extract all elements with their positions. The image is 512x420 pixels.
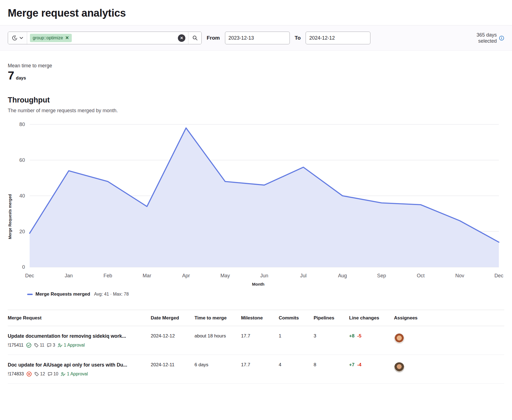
header-assignees: Assignees [394,315,504,321]
pipelines-cell: 8 [314,362,349,377]
filter-token[interactable]: group::optimize ✕ [30,34,72,42]
svg-text:0: 0 [22,264,25,270]
table-header-row: Merge Request Date Merged Time to merge … [8,310,504,326]
commits-cell: 4 [279,362,314,377]
merge-request-link[interactable]: Doc update for AiUsage api only for user… [8,362,144,368]
throughput-title: Throughput [8,96,504,104]
comment-icon [48,372,52,377]
check-circle-icon [26,342,32,348]
comments-count: 3 [53,343,55,348]
labels-count: 12 [40,372,45,377]
x-axis-label: Month [12,282,504,286]
svg-text:Sep: Sep [377,273,386,278]
assignees-cell [394,333,504,348]
line-changes-cell: +7-4 [349,362,394,377]
approval-icon [61,372,65,377]
svg-text:Nov: Nov [455,273,464,278]
label-icon [34,343,39,348]
svg-text:Apr: Apr [182,273,190,278]
info-icon[interactable] [499,35,504,41]
svg-text:Aug: Aug [338,273,347,278]
pipelines-cell: 3 [314,333,349,348]
svg-text:May: May [221,273,230,278]
merge-request-table: Merge Request Date Merged Time to merge … [8,310,504,384]
time-to-merge-cell: 6 days [194,362,241,377]
header-commits: Commits [279,315,314,321]
label-icon [34,372,39,377]
search-icon [192,35,198,41]
to-label: To [295,35,301,41]
svg-text:80: 80 [19,122,25,127]
table-row: Update documentation for removing sideki… [8,326,504,355]
assignee-avatar[interactable] [394,333,405,344]
approvals-label: 1 Approval [67,372,88,377]
stat-value: 7 [8,70,14,81]
legend-swatch [27,294,33,295]
svg-text:Jan: Jan [65,273,73,278]
deletions-count: -4 [357,362,361,367]
svg-text:Dec: Dec [25,273,34,278]
svg-text:Oct: Oct [417,273,424,278]
milestone-cell: 17.7 [241,333,279,348]
svg-text:20: 20 [19,229,25,234]
filter-bar: group::optimize ✕ ✕ From [0,25,512,51]
to-date-field[interactable] [306,32,370,44]
filter-token-label: group::optimize [33,35,63,40]
header-time-to-merge: Time to merge [194,315,241,321]
svg-text:40: 40 [19,193,25,199]
labels-count: 11 [40,343,45,348]
mean-time-to-merge-stat: Mean time to merge 7 days [8,63,504,81]
to-date-input[interactable] [309,35,373,41]
header-date-merged: Date Merged [151,315,194,321]
token-close-icon[interactable]: ✕ [65,36,69,40]
milestone-cell: 17.7 [241,362,279,377]
approvals-label: 1 Approval [64,343,85,348]
clear-search-button[interactable]: ✕ [178,34,185,42]
page-title: Merge request analytics [8,0,504,25]
chevron-down-icon [20,37,23,39]
legend-label: Merge Requests merged [35,291,90,297]
commits-cell: 1 [279,333,314,348]
throughput-chart: 020406080DecJanFebMarAprMayJunJulAugSepO… [12,120,504,281]
svg-text:Jul: Jul [300,273,306,278]
time-to-merge-cell: about 18 hours [194,333,241,348]
approval-icon [58,343,62,348]
date-range-summary: 365 days selected [468,32,504,44]
comment-icon [47,343,52,348]
header-pipelines: Pipelines [314,315,349,321]
comments-stat: 10 [48,372,58,377]
labels-stat: 12 [34,372,45,377]
assignees-cell [394,362,504,377]
search-input-area[interactable]: group::optimize ✕ ✕ [27,32,188,44]
svg-text:Feb: Feb [104,273,112,278]
merge-request-id: !174833 [8,372,24,377]
svg-text:60: 60 [19,157,25,163]
approvals-stat: 1 Approval [58,343,85,348]
stat-unit: days [16,76,26,81]
assignee-avatar[interactable] [394,362,405,373]
x-circle-icon [26,371,32,377]
from-date-input[interactable] [229,35,293,41]
throughput-description: The number of merge requests merged by m… [8,108,504,114]
filtered-search: group::optimize ✕ ✕ [8,32,202,44]
throughput-chart-container: Merge Requests merged 020406080DecJanFeb… [8,120,504,297]
additions-count: +7 [349,362,354,367]
header-line-changes: Line changes [349,315,394,321]
additions-count: +8 [349,333,354,339]
from-label: From [207,35,220,41]
header-merge-request: Merge Request [8,315,151,321]
from-date-field[interactable] [225,32,290,44]
comments-count: 10 [53,372,58,377]
date-merged-cell: 2024-12-12 [151,333,194,348]
stat-label: Mean time to merge [8,63,504,69]
search-history-dropdown[interactable] [8,32,27,44]
approvals-stat: 1 Approval [61,372,88,377]
search-button[interactable] [188,32,201,44]
merge-request-link[interactable]: Update documentation for removing sideki… [8,333,144,339]
deletions-count: -5 [357,333,361,339]
history-icon [12,35,17,41]
date-range-summary-text: 365 days selected [468,32,497,44]
y-axis-label: Merge Requests merged [8,120,12,297]
svg-text:Mar: Mar [143,273,151,278]
labels-stat: 11 [34,343,45,348]
